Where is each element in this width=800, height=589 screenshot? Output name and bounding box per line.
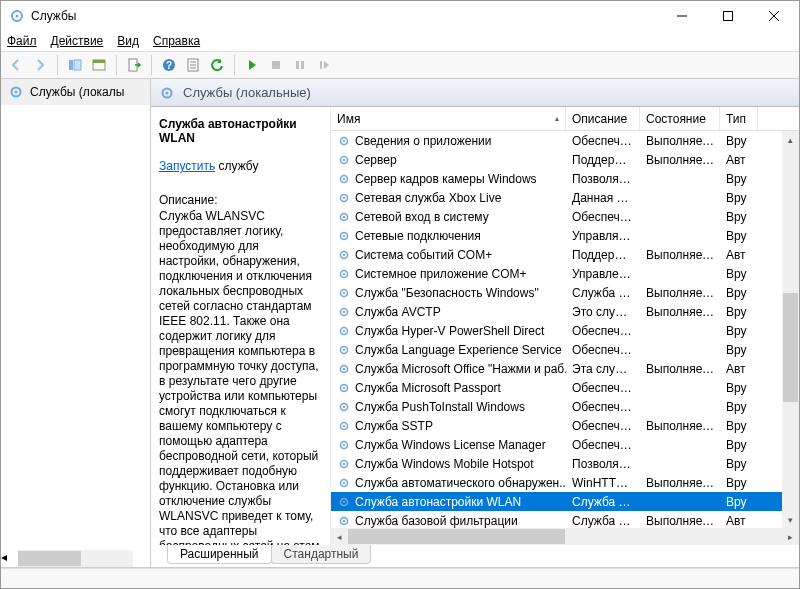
svg-point-56 bbox=[343, 424, 345, 426]
service-type-cell: Авт bbox=[720, 248, 758, 262]
service-desc-cell: Позволяет... bbox=[566, 172, 640, 186]
service-row[interactable]: Служба автонастройки WLANСлужба W...Вру bbox=[331, 492, 782, 511]
service-name-cell: Служба SSTP bbox=[355, 419, 433, 433]
service-row[interactable]: Служба автоматического обнаружен...WinHT… bbox=[331, 473, 782, 492]
column-description[interactable]: Описание bbox=[566, 107, 640, 130]
minimize-button[interactable] bbox=[659, 1, 705, 31]
service-desc-cell: Обеспечи... bbox=[566, 400, 640, 414]
restart-service-button[interactable] bbox=[313, 54, 335, 76]
extended-detail-pane: Служба автонастройки WLAN Запустить служ… bbox=[151, 107, 331, 545]
gear-icon bbox=[337, 514, 351, 528]
service-row[interactable]: Служба Windows License ManagerОбеспечи..… bbox=[331, 435, 782, 454]
svg-rect-20 bbox=[320, 61, 322, 69]
service-row[interactable]: Служба Windows Mobile HotspotПозволяет..… bbox=[331, 454, 782, 473]
scroll-right-icon[interactable]: ▸ bbox=[782, 528, 799, 545]
gear-icon bbox=[337, 400, 351, 414]
service-type-cell: Вру bbox=[720, 495, 758, 509]
maximize-button[interactable] bbox=[705, 1, 751, 31]
service-state-cell: Выполняется bbox=[640, 286, 720, 300]
service-name-cell: Служба автоматического обнаружен... bbox=[355, 476, 566, 490]
refresh-button[interactable] bbox=[206, 54, 228, 76]
scroll-up-icon[interactable]: ▴ bbox=[782, 131, 799, 148]
scroll-down-icon[interactable]: ▾ bbox=[782, 511, 799, 528]
service-type-cell: Авт bbox=[720, 514, 758, 528]
service-row[interactable]: Служба SSTPОбеспечи...ВыполняетсяВру bbox=[331, 416, 782, 435]
start-service-link[interactable]: Запустить bbox=[159, 159, 215, 173]
service-row[interactable]: Системное приложение COM+Управлен...Вру bbox=[331, 264, 782, 283]
gear-icon bbox=[337, 172, 351, 186]
menu-action[interactable]: Действие bbox=[51, 34, 104, 48]
properties-button[interactable] bbox=[182, 54, 204, 76]
list-vscroll[interactable]: ▴ ▾ bbox=[782, 131, 799, 528]
description-label: Описание: bbox=[159, 193, 322, 207]
service-state-cell: Выполняется bbox=[640, 419, 720, 433]
start-service-button[interactable] bbox=[241, 54, 263, 76]
gear-icon bbox=[337, 362, 351, 376]
gear-icon bbox=[159, 85, 175, 101]
menu-help[interactable]: Справка bbox=[153, 34, 200, 48]
service-type-cell: Вру bbox=[720, 172, 758, 186]
service-desc-cell: Обеспечи... bbox=[566, 381, 640, 395]
service-desc-cell: Служба ба... bbox=[566, 514, 640, 528]
help-button[interactable]: ? bbox=[158, 54, 180, 76]
service-state-cell: Выполняется bbox=[640, 362, 720, 376]
service-row[interactable]: Сетевая служба Xbox LiveДанная сл...Вру bbox=[331, 188, 782, 207]
services-list-pane: Имя▴ Описание Состояние Тип Сведения о п… bbox=[331, 107, 799, 545]
service-row[interactable]: Сетевые подключенияУправляет...Вру bbox=[331, 226, 782, 245]
titlebar[interactable]: Службы bbox=[1, 1, 799, 31]
console-props-button[interactable] bbox=[88, 54, 110, 76]
export-list-button[interactable] bbox=[123, 54, 145, 76]
service-name-cell: Служба Language Experience Service bbox=[355, 343, 562, 357]
forward-button[interactable] bbox=[29, 54, 51, 76]
svg-point-52 bbox=[343, 386, 345, 388]
close-button[interactable] bbox=[751, 1, 797, 31]
service-row[interactable]: Система событий COM+Поддержи...Выполняет… bbox=[331, 245, 782, 264]
right-pane-header-label: Службы (локальные) bbox=[183, 85, 311, 100]
service-row[interactable]: Сетевой вход в системуОбеспечи...Вру bbox=[331, 207, 782, 226]
service-row[interactable]: Служба Microsoft Office "Нажми и раб...Э… bbox=[331, 359, 782, 378]
tab-extended[interactable]: Расширенный bbox=[167, 545, 272, 564]
service-row[interactable]: Служба Language Experience ServiceОбеспе… bbox=[331, 340, 782, 359]
pause-service-button[interactable] bbox=[289, 54, 311, 76]
list-rows[interactable]: Сведения о приложенииОбеспечи...Выполняе… bbox=[331, 131, 782, 528]
service-row[interactable]: Служба AVCTPЭто служб...ВыполняетсяВру bbox=[331, 302, 782, 321]
service-row[interactable]: Служба Hyper-V PowerShell DirectОбеспечи… bbox=[331, 321, 782, 340]
service-action-line: Запустить службу bbox=[159, 159, 322, 173]
scroll-left-icon[interactable]: ◂ bbox=[331, 528, 348, 545]
tab-standard[interactable]: Стандартный bbox=[271, 545, 372, 564]
tree-hscroll[interactable]: ◂ ▸ bbox=[1, 550, 150, 567]
service-row[interactable]: СерверПоддержи...ВыполняетсяАвт bbox=[331, 150, 782, 169]
stop-service-button[interactable] bbox=[265, 54, 287, 76]
svg-rect-17 bbox=[272, 61, 280, 69]
app-icon bbox=[9, 8, 25, 24]
service-desc-cell: Данная сл... bbox=[566, 191, 640, 205]
svg-point-28 bbox=[343, 158, 345, 160]
gear-icon bbox=[337, 476, 351, 490]
menu-file[interactable]: Файл bbox=[7, 34, 37, 48]
service-row[interactable]: Служба PushToInstall WindowsОбеспечи...В… bbox=[331, 397, 782, 416]
service-type-cell: Вру bbox=[720, 400, 758, 414]
back-button[interactable] bbox=[5, 54, 27, 76]
tree-root-item[interactable]: Службы (локалы bbox=[1, 79, 150, 105]
service-name-cell: Служба "Безопасность Windows" bbox=[355, 286, 539, 300]
show-hide-tree-button[interactable] bbox=[64, 54, 86, 76]
service-row[interactable]: Служба "Безопасность Windows"Служба "Б..… bbox=[331, 283, 782, 302]
column-name[interactable]: Имя▴ bbox=[331, 107, 566, 130]
column-state[interactable]: Состояние bbox=[640, 107, 720, 130]
service-name-cell: Сервер кадров камеры Windows bbox=[355, 172, 537, 186]
service-row[interactable]: Сервер кадров камеры WindowsПозволяет...… bbox=[331, 169, 782, 188]
service-row[interactable]: Сведения о приложенииОбеспечи...Выполняе… bbox=[331, 131, 782, 150]
menu-view[interactable]: Вид bbox=[117, 34, 139, 48]
service-name-cell: Служба Windows Mobile Hotspot bbox=[355, 457, 534, 471]
service-desc-cell: Обеспечи... bbox=[566, 324, 640, 338]
svg-point-46 bbox=[343, 329, 345, 331]
service-row[interactable]: Служба базовой фильтрацииСлужба ба...Вып… bbox=[331, 511, 782, 528]
service-type-cell: Вру bbox=[720, 438, 758, 452]
list-hscroll[interactable]: ◂ ▸ bbox=[331, 528, 799, 545]
service-state-cell: Выполняется bbox=[640, 248, 720, 262]
column-type[interactable]: Тип bbox=[720, 107, 758, 130]
service-desc-cell: WinHTTP р... bbox=[566, 476, 640, 490]
service-row[interactable]: Служба Microsoft PassportОбеспечи...Вру bbox=[331, 378, 782, 397]
service-name-cell: Служба Microsoft Office "Нажми и раб... bbox=[355, 362, 566, 376]
service-desc-cell: Управляет... bbox=[566, 229, 640, 243]
